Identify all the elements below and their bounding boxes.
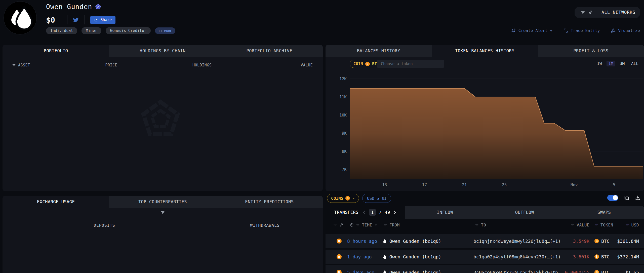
- column-label: VALUE: [577, 223, 589, 227]
- link-icon[interactable]: [339, 223, 343, 227]
- column-label: VALUE: [301, 63, 313, 67]
- transfer-row[interactable]: B 1 day ago Owen Gunden (bc1qp) bc1qa02p…: [326, 250, 644, 264]
- more-tags-button[interactable]: +1 MORE: [155, 27, 175, 34]
- filter-icon[interactable]: [160, 210, 165, 215]
- trace-entity-label: Trace Entity: [571, 28, 600, 33]
- visualize-button[interactable]: Visualize: [611, 28, 640, 33]
- tag-genesis-creditor[interactable]: Genesis Creditor: [106, 27, 151, 34]
- transfer-time[interactable]: 5 days ago: [343, 270, 381, 273]
- filter-icon: [356, 223, 360, 227]
- link-icon[interactable]: [588, 10, 593, 15]
- tab-top-counterparties[interactable]: TOP COUNTERPARTIES: [109, 196, 216, 208]
- toggle-knob: [613, 195, 618, 200]
- column-header-holdings[interactable]: HOLDINGS: [192, 63, 283, 67]
- transfer-time[interactable]: 1 day ago: [343, 254, 381, 259]
- transfer-usd: $1.65: [612, 270, 639, 273]
- transfers-table: TIME FROM TO VALUE TOKEN USD B 8 hours a…: [326, 221, 644, 273]
- transfer-row[interactable]: B 8 hours ago Owen Gunden (bc1q0) bc1qnj…: [326, 234, 644, 248]
- filter-icon: [571, 223, 574, 227]
- tab-profit-loss[interactable]: PROFIT & LOSS: [538, 45, 644, 57]
- transfer-time[interactable]: 8 hours ago: [343, 239, 381, 244]
- transfer-from[interactable]: Owen Gunden (bc1qp): [381, 254, 473, 259]
- column-header-asset[interactable]: ASSET: [12, 63, 105, 67]
- trace-entity-button[interactable]: Trace Entity: [564, 28, 600, 33]
- transfer-to[interactable]: bc1qnjnx4dweye8mwyl226jlu8q…(+1): [473, 239, 561, 244]
- verified-badge-icon: [95, 4, 101, 10]
- tab-label: OUTFLOW: [515, 210, 534, 215]
- transfer-to[interactable]: 3AHScoHAxeCXkZwALr5CfGLSkkZGTtn…: [473, 270, 561, 273]
- withdrawals-label: WITHDRAWALS: [250, 223, 280, 228]
- transfer-token: B BTC: [589, 254, 612, 259]
- download-icon[interactable]: [635, 195, 640, 201]
- column-header-to[interactable]: TO: [473, 223, 561, 227]
- deposits-baseline: [10, 268, 162, 268]
- svg-text:12K: 12K: [339, 76, 347, 81]
- transfer-token: B BTC: [589, 239, 612, 244]
- page-next-icon[interactable]: [393, 210, 396, 215]
- divider: [598, 10, 598, 15]
- entity-balance: $0: [46, 16, 55, 24]
- token-label: BTC: [601, 254, 610, 259]
- column-header-value[interactable]: VALUE: [561, 223, 589, 227]
- column-header-price[interactable]: PRICE: [105, 63, 192, 67]
- coins-filter-label: COINS: [331, 196, 343, 201]
- transfer-to[interactable]: bc1qa02p4sytf08mg8k4evn230r…(+1): [473, 254, 561, 259]
- column-header-from[interactable]: FROM: [381, 223, 473, 227]
- transfer-usd: $372.14M: [612, 254, 639, 259]
- copy-icon[interactable]: [624, 195, 629, 201]
- chevron-down-icon: [352, 197, 355, 200]
- tab-transfers[interactable]: TRANSFERS 1 / 49: [326, 206, 405, 219]
- network-selector[interactable]: ALL NETWORKS: [575, 7, 640, 18]
- bitcoin-icon: B: [337, 254, 342, 259]
- range-all[interactable]: ALL: [629, 61, 640, 66]
- usd-toggle[interactable]: [607, 195, 618, 201]
- tag-individual[interactable]: Individual: [46, 27, 77, 34]
- tab-swaps[interactable]: SWAPS: [565, 206, 644, 219]
- filter-icon[interactable]: [581, 10, 585, 15]
- tab-balances-history[interactable]: BALANCES HISTORY: [326, 45, 432, 57]
- range-3m[interactable]: 3M: [618, 61, 627, 66]
- twitter-icon[interactable]: [73, 17, 79, 23]
- column-header-value[interactable]: VALUE: [283, 63, 313, 67]
- visualize-label: Visualize: [618, 28, 640, 33]
- transfer-row[interactable]: B 5 days ago Owen Gunden (bc1qq) 3AHScoH…: [326, 265, 644, 273]
- range-1w[interactable]: 1W: [595, 61, 604, 66]
- tab-portfolio-archive[interactable]: PORTFOLIO ARCHIVE: [216, 45, 323, 57]
- svg-text:7K: 7K: [342, 167, 347, 172]
- range-1m[interactable]: 1M: [607, 61, 615, 66]
- tab-token-balances-history[interactable]: TOKEN BALANCES HISTORY: [432, 45, 538, 57]
- tab-portfolio[interactable]: PORTFOLIO: [3, 45, 109, 57]
- filter-icon[interactable]: [333, 223, 337, 227]
- column-header-time[interactable]: TIME: [343, 223, 381, 227]
- transfer-from[interactable]: Owen Gunden (bc1qq): [381, 270, 473, 273]
- tag-miner[interactable]: Miner: [82, 27, 101, 34]
- svg-text:8K: 8K: [342, 149, 347, 154]
- column-header-usd[interactable]: USD: [612, 223, 639, 227]
- column-label: USD: [631, 223, 639, 227]
- page-prev-icon[interactable]: [363, 210, 366, 215]
- tab-outflow[interactable]: OUTFLOW: [485, 206, 565, 219]
- entity-header: Owen Gunden $0 Share Individual: [0, 0, 644, 42]
- share-button[interactable]: Share: [90, 16, 115, 24]
- tab-inflow[interactable]: INFLOW: [405, 206, 485, 219]
- transfer-usd: $361.84M: [612, 239, 639, 244]
- token-balances-panel: BALANCES HISTORY TOKEN BALANCES HISTORY …: [326, 45, 644, 191]
- tab-holdings-by-chain[interactable]: HOLDINGS BY CHAIN: [109, 45, 216, 57]
- usd-filter-chip[interactable]: USD ≥ $1: [362, 194, 391, 203]
- tab-exchange-usage[interactable]: EXCHANGE USAGE: [3, 196, 109, 208]
- water-drop-logo: [4, 2, 37, 34]
- entity-drop-icon: [383, 239, 387, 244]
- coins-filter-chip[interactable]: COINS B: [327, 194, 359, 203]
- balance-history-chart[interactable]: 7K8K9K10K11K12K13172125Nov5: [326, 71, 644, 191]
- svg-text:5: 5: [613, 182, 615, 187]
- token-search-input[interactable]: [377, 60, 444, 68]
- column-header-token[interactable]: TOKEN: [589, 223, 612, 227]
- bitcoin-icon: B: [337, 270, 342, 273]
- filter-icon: [12, 63, 16, 67]
- create-alert-button[interactable]: Create Alert +: [511, 28, 552, 33]
- tab-entity-predictions[interactable]: ENTITY PREDICTIONS: [216, 196, 323, 208]
- svg-text:9K: 9K: [342, 131, 347, 136]
- transfers-controls: COINS B USD ≥ $1: [326, 194, 644, 203]
- transfer-from[interactable]: Owen Gunden (bc1q0): [381, 239, 473, 244]
- divider: [67, 15, 67, 24]
